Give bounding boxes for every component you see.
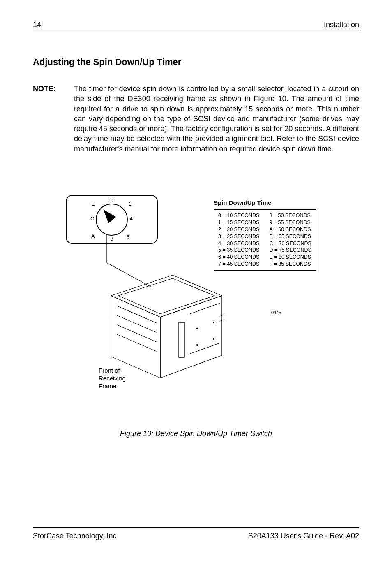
table-row: E = 80 SECONDS: [269, 254, 311, 261]
svg-rect-10: [179, 322, 184, 357]
svg-marker-3: [118, 278, 214, 314]
dial-circle: 0 2 4 6 8 A C E: [96, 204, 128, 236]
page-number: 14: [33, 21, 41, 29]
table-row: 3 = 25 SECONDS: [218, 233, 259, 240]
svg-line-12: [189, 343, 220, 354]
svg-point-15: [213, 322, 214, 323]
table-row: A = 60 SECONDS: [269, 226, 311, 233]
table-row: 5 = 35 SECONDS: [218, 247, 259, 254]
table-row: C = 70 SECONDS: [269, 240, 311, 247]
section-title: Adjusting the Spin Down/Up Timer: [33, 57, 359, 67]
frame-label-line: Front of: [99, 367, 120, 374]
figure-area: 0 2 4 6 8 A C E: [33, 195, 359, 409]
timer-table-col-left: 0 = 10 SECONDS 1 = 15 SECONDS 2 = 20 SEC…: [218, 212, 259, 268]
svg-point-14: [197, 345, 198, 346]
timer-table-col-right: 8 = 50 SECONDS 9 = 55 SECONDS A = 60 SEC…: [269, 212, 311, 268]
svg-line-9: [117, 334, 156, 351]
svg-marker-5: [160, 296, 222, 378]
page-footer: StorCase Technology, Inc. S20A133 User's…: [33, 527, 359, 540]
dial-tick: A: [91, 234, 95, 239]
receiving-frame-icon: [99, 267, 226, 382]
table-row: D = 75 SECONDS: [269, 247, 311, 254]
table-row: 4 = 30 SECONDS: [218, 240, 259, 247]
dial-arrow-icon: [99, 206, 116, 223]
note-text: The timer for device spin down is contro…: [74, 84, 359, 154]
footer-left: StorCase Technology, Inc.: [33, 532, 118, 540]
dial-tick: 0: [110, 198, 113, 203]
timer-table: 0 = 10 SECONDS 1 = 15 SECONDS 2 = 20 SEC…: [214, 209, 316, 271]
frame-label-line: Receiving: [99, 375, 126, 382]
table-row: 9 = 55 SECONDS: [269, 219, 311, 226]
table-row: 0 = 10 SECONDS: [218, 212, 259, 219]
svg-line-7: [117, 315, 156, 332]
svg-marker-4: [111, 296, 160, 378]
page: 14 Installation Adjusting the Spin Down/…: [0, 0, 392, 563]
table-row: 1 = 15 SECONDS: [218, 219, 259, 226]
timer-table-title: Spin Down/Up Time: [214, 199, 272, 206]
table-row: 2 = 20 SECONDS: [218, 226, 259, 233]
table-row: F = 85 SECONDS: [269, 261, 311, 268]
dial-tick: 4: [130, 216, 133, 221]
table-row: 7 = 45 SECONDS: [218, 261, 259, 268]
table-row: 8 = 50 SECONDS: [269, 212, 311, 219]
svg-line-6: [117, 306, 156, 323]
figure-caption: Figure 10: Device Spin Down/Up Timer Swi…: [33, 429, 359, 438]
svg-line-8: [117, 325, 156, 342]
header-section: Installation: [324, 21, 359, 29]
frame-label-line: Frame: [99, 382, 116, 389]
svg-point-13: [197, 328, 198, 329]
table-row: 6 = 40 SECONDS: [218, 254, 259, 261]
figure-id: 0445: [271, 310, 281, 315]
svg-line-11: [189, 303, 220, 314]
frame-label: Front of Receiving Frame: [99, 367, 126, 390]
note-label: NOTE:: [33, 84, 66, 154]
dial-tick: 2: [129, 201, 132, 206]
dial-tick: E: [91, 201, 95, 206]
footer-right: S20A133 User's Guide - Rev. A02: [248, 532, 359, 540]
page-header: 14 Installation: [33, 21, 359, 32]
dial-tick: C: [90, 216, 94, 221]
table-row: B = 65 SECONDS: [269, 233, 311, 240]
svg-point-16: [213, 338, 214, 340]
note-block: NOTE: The timer for device spin down is …: [33, 84, 359, 154]
